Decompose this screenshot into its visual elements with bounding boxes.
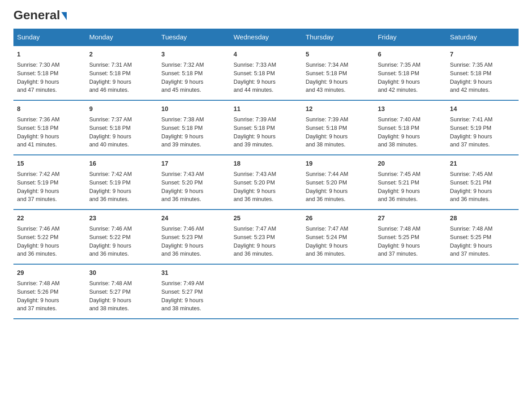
sunrise-info: Sunrise: 7:33 AM — [233, 62, 276, 68]
sunset-info: Sunset: 5:18 PM — [89, 125, 130, 131]
sunrise-info: Sunrise: 7:42 AM — [89, 171, 132, 177]
week-row-3: 15Sunrise: 7:42 AMSunset: 5:19 PMDayligh… — [13, 155, 519, 210]
daylight-info-line2: and 40 minutes. — [89, 141, 129, 148]
sunrise-info: Sunrise: 7:40 AM — [378, 116, 420, 123]
sunset-info: Sunset: 5:25 PM — [378, 234, 419, 240]
calendar-cell: 24Sunrise: 7:46 AMSunset: 5:23 PMDayligh… — [158, 210, 230, 264]
daylight-info-line2: and 36 minutes. — [233, 196, 273, 202]
sunrise-info: Sunrise: 7:46 AM — [89, 226, 132, 232]
daylight-info-line1: Daylight: 9 hours — [17, 133, 59, 140]
sunset-info: Sunset: 5:21 PM — [378, 180, 419, 186]
calendar-cell: 13Sunrise: 7:40 AMSunset: 5:18 PMDayligh… — [374, 100, 446, 155]
sunrise-info: Sunrise: 7:46 AM — [161, 226, 204, 232]
daylight-info-line1: Daylight: 9 hours — [17, 188, 59, 194]
day-number: 2 — [89, 50, 154, 59]
calendar-cell: 16Sunrise: 7:42 AMSunset: 5:19 PMDayligh… — [86, 155, 158, 210]
day-number: 28 — [450, 214, 515, 223]
day-number: 22 — [17, 214, 82, 223]
day-number: 21 — [450, 159, 515, 168]
sunset-info: Sunset: 5:18 PM — [17, 125, 58, 131]
day-number: 14 — [450, 104, 515, 114]
daylight-info-line2: and 42 minutes. — [450, 87, 490, 93]
daylight-info-line1: Daylight: 9 hours — [17, 79, 59, 85]
daylight-info-line1: Daylight: 9 hours — [161, 188, 203, 194]
day-number: 18 — [233, 159, 298, 168]
header-day-sunday: Sunday — [13, 29, 86, 46]
calendar-cell: 29Sunrise: 7:48 AMSunset: 5:26 PMDayligh… — [13, 264, 86, 319]
sunrise-info: Sunrise: 7:43 AM — [161, 171, 204, 177]
sunrise-info: Sunrise: 7:39 AM — [233, 116, 276, 123]
calendar-table: SundayMondayTuesdayWednesdayThursdayFrid… — [13, 29, 519, 319]
calendar-cell: 18Sunrise: 7:43 AMSunset: 5:20 PMDayligh… — [230, 155, 302, 210]
sunrise-info: Sunrise: 7:44 AM — [306, 171, 348, 177]
calendar-cell: 23Sunrise: 7:46 AMSunset: 5:22 PMDayligh… — [86, 210, 158, 264]
page-header: General — [13, 9, 519, 20]
sunrise-info: Sunrise: 7:39 AM — [306, 116, 348, 123]
calendar-header: SundayMondayTuesdayWednesdayThursdayFrid… — [13, 29, 519, 46]
daylight-info-line2: and 36 minutes. — [17, 251, 57, 257]
daylight-info-line2: and 36 minutes. — [306, 251, 346, 257]
header-row: SundayMondayTuesdayWednesdayThursdayFrid… — [13, 29, 519, 46]
daylight-info-line2: and 41 minutes. — [17, 141, 57, 148]
daylight-info-line1: Daylight: 9 hours — [306, 243, 348, 249]
calendar-cell: 9Sunrise: 7:37 AMSunset: 5:18 PMDaylight… — [86, 100, 158, 155]
sunrise-info: Sunrise: 7:35 AM — [450, 62, 493, 68]
calendar-cell: 8Sunrise: 7:36 AMSunset: 5:18 PMDaylight… — [13, 100, 86, 155]
daylight-info-line1: Daylight: 9 hours — [161, 243, 203, 249]
week-row-1: 1Sunrise: 7:30 AMSunset: 5:18 PMDaylight… — [13, 46, 519, 100]
daylight-info-line1: Daylight: 9 hours — [17, 243, 59, 249]
daylight-info-line1: Daylight: 9 hours — [306, 79, 348, 85]
sunset-info: Sunset: 5:18 PM — [17, 70, 58, 77]
daylight-info-line2: and 38 minutes. — [306, 141, 346, 148]
day-number: 17 — [161, 159, 226, 168]
sunset-info: Sunset: 5:20 PM — [161, 180, 202, 186]
sunrise-info: Sunrise: 7:35 AM — [378, 62, 420, 68]
daylight-info-line1: Daylight: 9 hours — [89, 188, 131, 194]
week-row-5: 29Sunrise: 7:48 AMSunset: 5:26 PMDayligh… — [13, 264, 519, 319]
daylight-info-line2: and 43 minutes. — [306, 87, 346, 93]
week-row-4: 22Sunrise: 7:46 AMSunset: 5:22 PMDayligh… — [13, 210, 519, 264]
daylight-info-line2: and 39 minutes. — [161, 141, 201, 148]
calendar-cell: 27Sunrise: 7:48 AMSunset: 5:25 PMDayligh… — [374, 210, 446, 264]
daylight-info-line2: and 37 minutes. — [450, 141, 490, 148]
calendar-cell: 25Sunrise: 7:47 AMSunset: 5:23 PMDayligh… — [230, 210, 302, 264]
daylight-info-line2: and 39 minutes. — [233, 141, 273, 148]
sunset-info: Sunset: 5:20 PM — [233, 180, 275, 186]
sunset-info: Sunset: 5:20 PM — [306, 180, 347, 186]
daylight-info-line1: Daylight: 9 hours — [233, 133, 275, 140]
header-day-thursday: Thursday — [302, 29, 374, 46]
daylight-info-line2: and 36 minutes. — [161, 251, 201, 257]
header-day-tuesday: Tuesday — [158, 29, 230, 46]
daylight-info-line1: Daylight: 9 hours — [378, 243, 420, 249]
day-number: 29 — [17, 268, 82, 278]
sunset-info: Sunset: 5:22 PM — [89, 234, 130, 240]
daylight-info-line1: Daylight: 9 hours — [450, 79, 492, 85]
day-number: 27 — [378, 214, 443, 223]
calendar-cell — [230, 264, 302, 319]
sunset-info: Sunset: 5:27 PM — [161, 289, 202, 295]
daylight-info-line2: and 44 minutes. — [233, 87, 273, 93]
day-number: 1 — [17, 50, 82, 59]
daylight-info-line1: Daylight: 9 hours — [233, 79, 275, 85]
daylight-info-line1: Daylight: 9 hours — [378, 188, 420, 194]
day-number: 11 — [233, 104, 298, 114]
daylight-info-line2: and 37 minutes. — [17, 196, 57, 202]
day-number: 24 — [161, 214, 226, 223]
calendar-body: 1Sunrise: 7:30 AMSunset: 5:18 PMDaylight… — [13, 46, 519, 319]
sunset-info: Sunset: 5:23 PM — [233, 234, 275, 240]
calendar-cell: 31Sunrise: 7:49 AMSunset: 5:27 PMDayligh… — [158, 264, 230, 319]
daylight-info-line2: and 37 minutes. — [378, 251, 418, 257]
calendar-cell: 11Sunrise: 7:39 AMSunset: 5:18 PMDayligh… — [230, 100, 302, 155]
day-number: 20 — [378, 159, 443, 168]
day-number: 26 — [306, 214, 371, 223]
sunset-info: Sunset: 5:18 PM — [378, 125, 419, 131]
sunrise-info: Sunrise: 7:38 AM — [161, 116, 204, 123]
daylight-info-line2: and 36 minutes. — [306, 196, 346, 202]
sunset-info: Sunset: 5:19 PM — [89, 180, 130, 186]
sunset-info: Sunset: 5:18 PM — [161, 70, 202, 77]
sunrise-info: Sunrise: 7:34 AM — [306, 62, 348, 68]
day-number: 6 — [378, 50, 443, 59]
daylight-info-line1: Daylight: 9 hours — [89, 133, 131, 140]
sunset-info: Sunset: 5:18 PM — [378, 70, 419, 77]
sunrise-info: Sunrise: 7:41 AM — [450, 116, 493, 123]
